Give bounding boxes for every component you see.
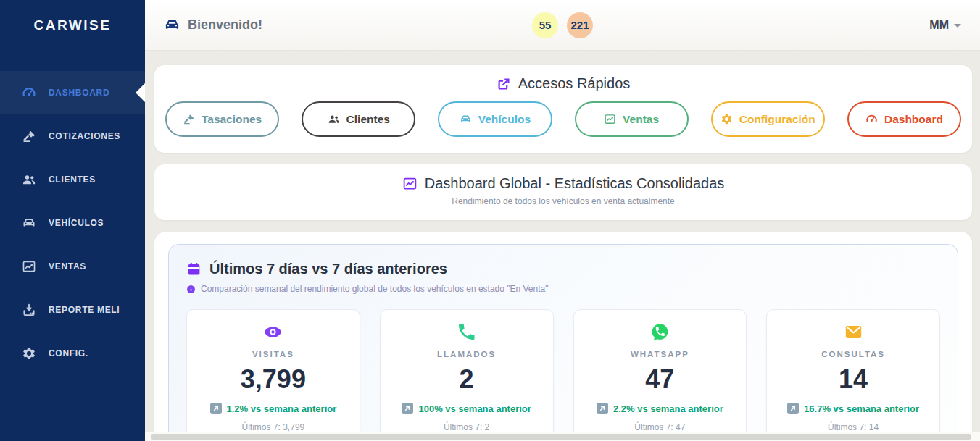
download-icon <box>22 303 36 317</box>
users-icon <box>328 113 340 125</box>
stat-trend: 16.7% vs semana anterior <box>767 403 939 414</box>
global-stats-subtitle: Rendimiento de todos los vehículos en ve… <box>154 196 972 206</box>
quick-access-card: Accesos Rápidos Tasaciones Clientes Vehí… <box>154 65 972 153</box>
global-stats-banner: Dashboard Global - Estadísticas Consolid… <box>154 164 972 220</box>
phone-icon <box>457 322 476 342</box>
trend-up-icon <box>597 403 608 414</box>
stat-trend: 100% vs semana anterior <box>381 403 553 414</box>
stat-card-visitas: VISITAS 3,799 1.2% vs semana anterior Úl… <box>186 309 360 438</box>
quick-access-title: Accesos Rápidos <box>154 75 972 92</box>
gavel-icon <box>22 129 36 143</box>
info-icon <box>186 285 196 294</box>
users-icon <box>22 172 36 187</box>
sidebar-item-label: VEHÍCULOS <box>49 218 104 228</box>
trend-up-icon <box>210 403 222 414</box>
horizontal-scrollbar-thumb[interactable] <box>151 434 971 440</box>
gear-icon <box>721 113 733 125</box>
weekly-note: Comparación semanal del rendimiento glob… <box>186 284 940 294</box>
tasaciones-button[interactable]: Tasaciones <box>165 101 279 137</box>
stat-value: 3,799 <box>187 364 360 395</box>
sidebar-item-clientes[interactable]: CLIENTES <box>0 158 145 201</box>
stat-value: 47 <box>574 364 747 395</box>
global-stats-title: Dashboard Global - Estadísticas Consolid… <box>154 175 972 192</box>
header-badges: 55 221 <box>532 12 593 38</box>
gauge-icon <box>22 85 36 100</box>
welcome-title: Bienvenido! <box>164 17 532 33</box>
sidebar-item-label: COTIZACIONES <box>49 131 120 141</box>
sidebar-item-label: REPORTE MELI <box>49 305 120 315</box>
sidebar-item-reporte-meli[interactable]: REPORTE MELI <box>0 288 145 332</box>
whatsapp-icon <box>650 322 670 342</box>
vehiculos-button[interactable]: Vehículos <box>438 101 552 137</box>
dashboard-button[interactable]: Dashboard <box>847 101 961 137</box>
global-stats-title-text: Dashboard Global - Estadísticas Consolid… <box>425 175 725 192</box>
trend-up-icon <box>787 403 799 414</box>
clientes-button[interactable]: Clientes <box>302 101 415 137</box>
stat-value: 14 <box>767 364 939 395</box>
stat-card-whatsapp: WHATSAPP 47 2.2% vs semana anterior Últi… <box>573 309 747 438</box>
trend-up-icon <box>402 403 413 414</box>
horizontal-scrollbar-track[interactable] <box>145 432 980 441</box>
welcome-text: Bienvenido! <box>188 17 262 33</box>
eye-icon <box>263 322 283 342</box>
brand-logo: CARWISE <box>0 0 145 51</box>
quick-access-title-text: Accesos Rápidos <box>518 75 631 92</box>
car-icon <box>22 216 36 230</box>
stat-trend: 2.2% vs semana anterior <box>574 403 747 414</box>
ventas-button[interactable]: Ventas <box>575 101 689 137</box>
sidebar-item-vehiculos[interactable]: VEHÍCULOS <box>0 201 145 245</box>
sidebar-item-ventas[interactable]: VENTAS <box>0 245 145 288</box>
sidebar-item-label: DASHBOARD <box>49 88 109 98</box>
weekly-stats-row: VISITAS 3,799 1.2% vs semana anterior Úl… <box>186 309 940 438</box>
external-link-icon <box>497 77 511 91</box>
chart-line-icon <box>22 259 36 274</box>
user-initials: MM <box>929 19 949 32</box>
stat-value: 2 <box>381 364 553 395</box>
weekly-note-text: Comparación semanal del rendimiento glob… <box>201 284 548 294</box>
calendar-icon <box>186 261 202 277</box>
stat-last7: Últimos 7: 47 <box>574 422 747 432</box>
stat-last7: Últimos 7: 3,799 <box>187 422 360 432</box>
car-icon <box>460 113 472 125</box>
gear-icon <box>22 346 36 361</box>
weekly-comparison-card: Últimos 7 días vs 7 días anteriores Comp… <box>154 232 972 441</box>
stat-card-llamados: LLAMADOS 2 100% vs semana anterior Últim… <box>380 309 554 438</box>
stat-card-consultas: CONSULTAS 14 16.7% vs semana anterior Úl… <box>766 309 940 438</box>
active-item-arrow <box>136 83 145 102</box>
stat-last7: Últimos 7: 14 <box>767 422 939 432</box>
weekly-title: Últimos 7 días vs 7 días anteriores <box>186 261 940 277</box>
configuracion-button[interactable]: Configuración <box>711 101 825 137</box>
chevron-down-icon <box>954 24 961 28</box>
car-icon <box>164 17 180 33</box>
stat-label: LLAMADOS <box>381 350 553 358</box>
envelope-icon <box>844 322 863 342</box>
user-menu[interactable]: MM <box>593 19 961 32</box>
sidebar-item-config[interactable]: CONFIG. <box>0 332 145 375</box>
weekly-title-text: Últimos 7 días vs 7 días anteriores <box>209 261 447 277</box>
sidebar: CARWISE DASHBOARD COTIZACIONES CLIENTES … <box>0 0 145 441</box>
notification-badge-yellow[interactable]: 55 <box>532 12 558 38</box>
sidebar-item-label: CLIENTES <box>49 175 96 185</box>
sidebar-item-cotizaciones[interactable]: COTIZACIONES <box>0 114 145 158</box>
gavel-icon <box>183 113 195 125</box>
chart-line-icon <box>604 113 616 125</box>
notification-badge-orange[interactable]: 221 <box>567 12 593 38</box>
stat-label: WHATSAPP <box>574 350 747 358</box>
sidebar-item-label: VENTAS <box>49 261 86 272</box>
app-screen: CARWISE DASHBOARD COTIZACIONES CLIENTES … <box>0 0 980 441</box>
weekly-comparison-panel: Últimos 7 días vs 7 días anteriores Comp… <box>168 244 958 441</box>
quick-access-buttons: Tasaciones Clientes Vehículos Ventas Con… <box>165 101 961 137</box>
sidebar-item-dashboard[interactable]: DASHBOARD <box>0 71 145 114</box>
stat-label: VISITAS <box>187 350 360 358</box>
chart-line-icon <box>402 176 418 191</box>
header: Bienvenido! 55 221 MM <box>145 0 980 51</box>
gauge-icon <box>865 113 878 125</box>
stat-last7: Últimos 7: 2 <box>381 422 553 432</box>
stat-trend: 1.2% vs semana anterior <box>187 403 360 414</box>
stat-label: CONSULTAS <box>767 350 939 358</box>
sidebar-item-label: CONFIG. <box>49 348 88 358</box>
